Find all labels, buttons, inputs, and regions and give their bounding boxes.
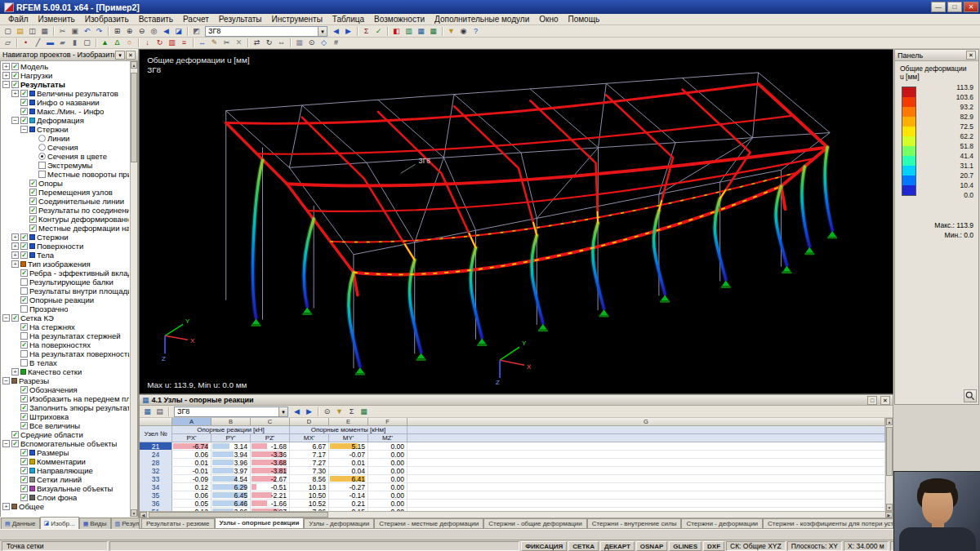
- tree-checkbox[interactable]: ✓: [29, 180, 37, 187]
- tree-item[interactable]: +✓Модель: [1, 62, 129, 71]
- value-cell[interactable]: -1.68: [251, 442, 290, 451]
- tree-checkbox[interactable]: [20, 332, 28, 340]
- column-letter-D[interactable]: D: [290, 418, 329, 426]
- surface-icon[interactable]: ▰: [56, 38, 69, 48]
- scroll-down-icon[interactable]: ▼: [886, 504, 893, 511]
- tree-item[interactable]: ✓На поверхностях: [1, 340, 129, 349]
- tree-item[interactable]: На результатах стержней: [1, 331, 129, 340]
- scroll-left-icon[interactable]: ◀: [140, 512, 147, 518]
- tree-item[interactable]: Линии: [1, 134, 129, 143]
- tree-expander-icon[interactable]: +: [2, 72, 10, 79]
- empty-cell[interactable]: [408, 459, 885, 467]
- load-moment-icon[interactable]: ↻: [154, 38, 166, 48]
- value-cell[interactable]: -2.21: [251, 491, 290, 500]
- table-tab[interactable]: Узлы - деформации: [304, 518, 374, 528]
- mirror-icon[interactable]: ⇔: [275, 38, 287, 48]
- value-cell[interactable]: 4.54: [212, 475, 251, 483]
- close-icon[interactable]: ✕: [966, 51, 976, 60]
- table-tab[interactable]: Стержни - внутренние силы: [587, 518, 682, 528]
- value-cell[interactable]: 6.46: [212, 500, 251, 508]
- tree-expander-icon[interactable]: +: [11, 90, 19, 97]
- scroll-thumb[interactable]: [886, 427, 893, 476]
- menu-item-Таблица[interactable]: Таблица: [327, 15, 369, 24]
- close-icon[interactable]: ✕: [126, 51, 136, 60]
- tree-item[interactable]: −✓Вспомогательные объекты: [1, 439, 129, 448]
- value-cell[interactable]: 0.00: [368, 508, 408, 511]
- tree-checkbox[interactable]: ✓: [20, 485, 28, 492]
- column-letter-F[interactable]: F: [368, 418, 408, 426]
- panel-toggle-icon[interactable]: ▥: [403, 26, 415, 37]
- tree-item[interactable]: ✓Изобразить на переднем плане: [1, 394, 129, 403]
- tree-checkbox[interactable]: ✓: [20, 404, 28, 411]
- rotate-icon[interactable]: ↻: [263, 38, 275, 48]
- status-toggle-DXF[interactable]: DXF: [703, 541, 724, 551]
- value-cell[interactable]: 10.50: [290, 491, 329, 500]
- status-toggle-ФИКСАЦИЯ[interactable]: ФИКСАЦИЯ: [521, 541, 567, 551]
- tree-item[interactable]: Результирующие балки: [1, 278, 129, 287]
- tree-item[interactable]: −✓Результаты: [1, 80, 129, 89]
- value-cell[interactable]: -0.27: [329, 483, 368, 491]
- load-line-icon[interactable]: ≡: [178, 38, 190, 48]
- value-cell[interactable]: -0.07: [329, 451, 368, 459]
- value-cell[interactable]: 10.13: [290, 483, 329, 491]
- render-mode-icon[interactable]: ◩: [190, 26, 203, 37]
- value-cell[interactable]: 3.97: [212, 467, 251, 475]
- value-cell[interactable]: 3.94: [212, 451, 251, 459]
- tree-expander-icon[interactable]: −: [20, 126, 28, 133]
- close-icon[interactable]: ✕: [880, 396, 890, 405]
- tree-expander-icon[interactable]: +: [2, 63, 10, 70]
- magnifier-icon[interactable]: [964, 389, 977, 402]
- tree-item[interactable]: ✓Все величины: [1, 421, 129, 430]
- cut-icon[interactable]: ✂: [56, 26, 69, 37]
- tree-checkbox[interactable]: ✓: [29, 207, 37, 214]
- loadcase-combo[interactable]: ЗГ8 ▾: [205, 26, 327, 37]
- visibility-icon[interactable]: ◉: [457, 26, 470, 37]
- tree-checkbox[interactable]: ✓: [20, 323, 28, 331]
- value-cell[interactable]: 0.21: [329, 500, 368, 508]
- tree-expander-icon[interactable]: −: [2, 440, 10, 447]
- value-cell[interactable]: -1.66: [251, 500, 290, 508]
- tree-checkbox[interactable]: ✓: [20, 242, 28, 250]
- table-tab[interactable]: Стержни - деформации: [681, 518, 763, 528]
- tree-checkbox[interactable]: [38, 171, 46, 178]
- tree-item[interactable]: ✓Результаты по соединениям: [1, 206, 129, 215]
- tree-item[interactable]: ✓На стержнях: [1, 322, 129, 331]
- table-row[interactable]: 280.013.96-3.687.270.010.00: [140, 459, 885, 467]
- column-letter-A[interactable]: A: [172, 418, 212, 426]
- node-cell[interactable]: 33: [140, 475, 172, 483]
- value-cell[interactable]: 0.00: [368, 442, 408, 451]
- tree-expander-icon[interactable]: −: [2, 314, 10, 322]
- model-viewport[interactable]: Общие деформации u [мм] ЗГ8 Max u: 113.9…: [139, 49, 893, 394]
- empty-cell[interactable]: [408, 451, 885, 459]
- load-area-icon[interactable]: ▥: [166, 38, 178, 48]
- snap-icon[interactable]: ⊙: [305, 38, 318, 48]
- hinge-icon[interactable]: ○: [123, 38, 136, 48]
- column-letter-B[interactable]: B: [212, 418, 251, 426]
- tree-item[interactable]: ✓Слои фона: [1, 493, 129, 502]
- select-icon[interactable]: ▱: [2, 38, 14, 48]
- table-row[interactable]: 33-0.094.54-2.678.566.410.00: [140, 475, 885, 483]
- navigator-tab-Данные[interactable]: ▤Данные: [1, 518, 40, 529]
- tree-radio[interactable]: [38, 144, 46, 151]
- empty-cell[interactable]: [408, 491, 885, 500]
- tree-item[interactable]: ✓Средние области: [1, 430, 129, 439]
- print-icon[interactable]: ▦: [38, 26, 51, 37]
- close-button[interactable]: ✕: [964, 2, 978, 12]
- tree-radio[interactable]: [38, 153, 46, 160]
- workplane-icon[interactable]: ◇: [318, 38, 330, 48]
- prev-loadcase-icon[interactable]: ◀: [291, 407, 303, 417]
- tree-checkbox[interactable]: ✓: [20, 458, 28, 465]
- tree-checkbox[interactable]: ✓: [29, 224, 37, 232]
- node-cell[interactable]: 51: [140, 508, 172, 511]
- isometric-view-icon[interactable]: ◪: [172, 26, 185, 37]
- structure-canvas[interactable]: Общие деформации u [мм] ЗГ8 Max u: 113.9…: [140, 50, 893, 393]
- tree-checkbox[interactable]: ✓: [20, 422, 28, 429]
- table-row[interactable]: 340.126.29-0.5110.13-0.270.00: [140, 483, 885, 491]
- empty-cell[interactable]: [408, 500, 885, 508]
- node-cell[interactable]: 28: [140, 459, 172, 467]
- tree-item[interactable]: ✓Контуры деформированных: [1, 215, 129, 224]
- value-cell[interactable]: 8.56: [290, 475, 329, 483]
- tree-item[interactable]: ✓Инфо о названии: [1, 98, 129, 107]
- tree-checkbox[interactable]: ✓: [29, 189, 37, 196]
- tree-expander-icon[interactable]: +: [11, 242, 19, 250]
